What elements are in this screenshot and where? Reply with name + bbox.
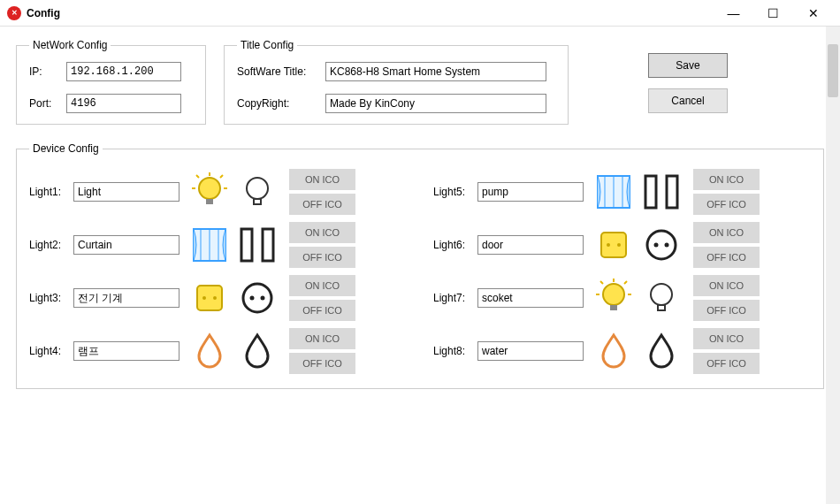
water-drop-icon-off [236,330,279,372]
bulb-icon-off [236,171,279,213]
port-input[interactable] [66,94,181,113]
bulb-icon-on [188,171,231,213]
on-ico-button-4[interactable]: ON ICO [289,328,355,349]
ip-input[interactable] [66,62,181,81]
device-label-5: Light5: [433,186,477,198]
off-ico-button-4[interactable]: OFF ICO [289,353,355,374]
title-config-legend: Title Config [237,39,297,51]
device-row-7: Light7:ON ICOOFF ICO [433,271,811,325]
window-title: Config [27,7,714,19]
app-icon: ✕ [7,6,21,20]
device-ico-buttons-5: ON ICOOFF ICO [693,169,760,215]
water-drop-icon-on [592,330,635,372]
on-ico-button-5[interactable]: ON ICO [693,169,760,190]
cancel-button[interactable]: Cancel [648,88,728,113]
off-ico-button-3[interactable]: OFF ICO [289,300,355,321]
device-name-input-6[interactable] [477,235,584,255]
action-buttons: Save Cancel [648,39,728,125]
content-area: NetWork Config IP: Port: Title Config So… [0,27,840,401]
device-row-4: Light4:ON ICOOFF ICO [29,325,407,378]
device-label-1: Light1: [29,186,73,198]
network-config-group: NetWork Config IP: Port: [16,39,206,125]
off-ico-button-6[interactable]: OFF ICO [693,247,760,268]
water-drop-icon-on [188,330,231,372]
device-ico-buttons-4: ON ICOOFF ICO [289,328,355,374]
device-name-input-8[interactable] [477,341,584,361]
on-ico-button-7[interactable]: ON ICO [693,275,760,296]
title-config-group: Title Config SoftWare Title: CopyRight: [224,39,569,125]
device-ico-buttons-1: ON ICOOFF ICO [289,169,355,215]
device-row-2: Light2:ON ICOOFF ICO [29,218,407,271]
vertical-scrollbar[interactable] [826,27,840,504]
device-label-6: Light6: [433,239,477,251]
device-config-group: Device Config Light1:ON ICOOFF ICOLight2… [16,142,824,389]
device-row-3: Light3:ON ICOOFF ICO [29,271,407,325]
off-ico-button-2[interactable]: OFF ICO [289,247,355,268]
on-ico-button-6[interactable]: ON ICO [693,222,760,243]
device-row-1: Light1:ON ICOOFF ICO [29,165,407,218]
device-label-4: Light4: [29,345,73,357]
save-button[interactable]: Save [648,53,728,78]
device-label-3: Light3: [29,292,73,304]
on-ico-button-2[interactable]: ON ICO [289,222,355,243]
on-ico-button-3[interactable]: ON ICO [289,275,355,296]
bulb-icon-on [592,277,635,319]
port-label: Port: [29,97,66,110]
off-ico-button-8[interactable]: OFF ICO [693,353,760,374]
window-controls: — ☐ ✕ [714,1,833,26]
curtain-icon-on [188,224,231,266]
socket-icon-on [592,224,635,266]
curtain-icon-off [236,224,279,266]
scrollbar-thumb[interactable] [828,44,838,97]
curtain-icon-off [640,171,683,213]
titlebar: ✕ Config — ☐ ✕ [0,0,840,27]
off-ico-button-7[interactable]: OFF ICO [693,300,760,321]
socket-icon-off [236,277,279,319]
device-ico-buttons-6: ON ICOOFF ICO [693,222,760,268]
device-ico-buttons-7: ON ICOOFF ICO [693,275,760,321]
ip-label: IP: [29,65,66,78]
minimize-button[interactable]: — [714,1,753,26]
copyright-label: CopyRight: [237,97,325,110]
device-name-input-4[interactable] [73,341,179,361]
curtain-icon-on [592,171,635,213]
copyright-input[interactable] [325,94,546,113]
maximize-button[interactable]: ☐ [753,1,793,26]
device-name-input-7[interactable] [477,288,584,308]
software-title-input[interactable] [325,62,546,81]
socket-icon-off [640,224,683,266]
off-ico-button-1[interactable]: OFF ICO [289,194,355,215]
on-ico-button-1[interactable]: ON ICO [289,169,355,190]
device-config-legend: Device Config [29,142,103,155]
device-ico-buttons-3: ON ICOOFF ICO [289,275,355,321]
software-title-label: SoftWare Title: [237,65,325,78]
on-ico-button-8[interactable]: ON ICO [693,328,760,349]
water-drop-icon-off [640,330,683,372]
device-label-8: Light8: [433,345,477,357]
device-row-5: Light5:ON ICOOFF ICO [433,165,811,218]
device-row-6: Light6:ON ICOOFF ICO [433,218,811,271]
device-ico-buttons-8: ON ICOOFF ICO [693,328,760,374]
device-row-8: Light8:ON ICOOFF ICO [433,325,811,378]
device-name-input-5[interactable] [477,182,584,202]
network-config-legend: NetWork Config [29,39,111,51]
close-button[interactable]: ✕ [793,1,833,26]
device-ico-buttons-2: ON ICOOFF ICO [289,222,355,268]
device-name-input-2[interactable] [73,235,179,255]
device-name-input-3[interactable] [73,288,179,308]
device-name-input-1[interactable] [73,182,179,202]
device-label-7: Light7: [433,292,477,304]
off-ico-button-5[interactable]: OFF ICO [693,194,760,215]
device-label-2: Light2: [29,239,73,251]
socket-icon-on [188,277,231,319]
bulb-icon-off [640,277,683,319]
